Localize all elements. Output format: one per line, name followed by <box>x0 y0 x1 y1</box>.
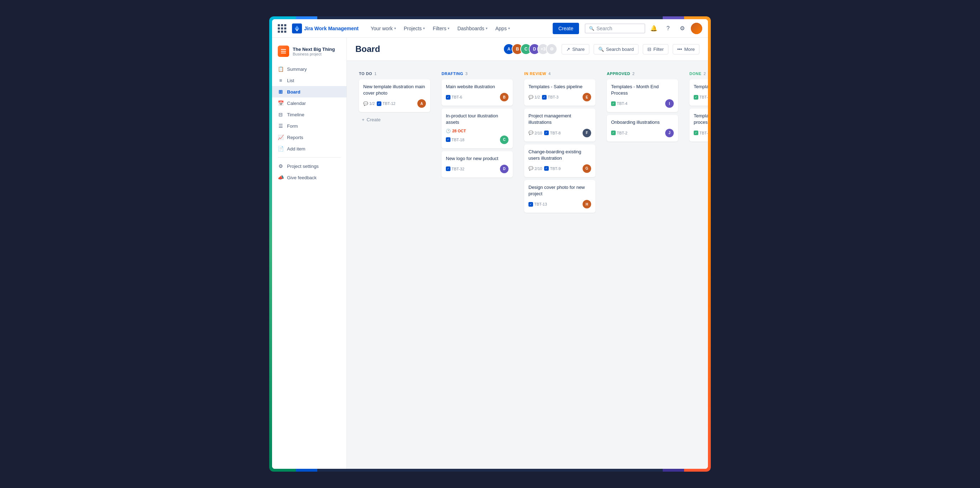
card-meta: ✓ TBT-2 J <box>611 129 674 137</box>
card-tbt-1[interactable]: Templates - Asset creation ✓ TBT-1 K <box>689 79 708 106</box>
notifications-icon[interactable]: 🔔 <box>648 23 660 34</box>
column-todo-header: TO DO 1 <box>359 71 430 76</box>
card-tbt-32[interactable]: New logo for new product ✓ TBT-32 D <box>442 151 513 177</box>
card-id: ✓ TBT-18 <box>446 137 465 142</box>
card-meta: ✓ TBT-1 K <box>694 93 708 101</box>
column-done-header: DONE 2 <box>689 71 708 76</box>
sidebar-item-form[interactable]: ☰ Form <box>272 120 347 132</box>
sidebar-item-summary[interactable]: 📋 Summary <box>272 63 347 75</box>
card-avatar: I <box>665 99 674 108</box>
create-button[interactable]: Create <box>553 23 579 34</box>
card-id: ✓ TBT-13 <box>528 202 547 207</box>
check-icon: ✓ <box>544 166 549 171</box>
sidebar-item-give-feedback[interactable]: 📣 Give feedback <box>272 172 347 183</box>
card-tags: 💬 1/2 ✓ TBT-12 <box>363 101 395 106</box>
project-type: Business project <box>293 52 335 56</box>
card-meta: 💬 1/2 ✓ TBT-12 A <box>363 99 426 108</box>
project-header[interactable]: The Next Big Thing Business project <box>272 42 347 60</box>
subtask-count: 💬 1/2 <box>363 101 375 106</box>
card-tbt-3-done[interactable]: Templates - Website design process ✓ TBT… <box>689 108 708 141</box>
summary-icon: 📋 <box>278 66 283 72</box>
sidebar-item-timeline[interactable]: ⊟ Timeline <box>272 109 347 120</box>
card-tbt-18[interactable]: In-product tour illustration assets 🕐 28… <box>442 108 513 148</box>
check-icon: ✓ <box>542 95 547 100</box>
avatar-settings-icon[interactable]: ⚙ <box>546 43 557 55</box>
reports-icon: 📈 <box>278 135 283 140</box>
board-header: Board A B C D +3 ⚙ ↗ Sh <box>347 38 708 61</box>
card-id: ✓ TBT-8 <box>544 130 560 135</box>
column-done: DONE 2 Templates - Asset creation ✓ TBT-… <box>686 68 708 148</box>
app-name: Jira Work Management <box>304 25 359 31</box>
column-count: 2 <box>632 71 635 76</box>
filter-icon: ⊟ <box>648 47 651 52</box>
sidebar-item-project-settings[interactable]: ⚙ Project settings <box>272 160 347 172</box>
avatar-stack: A B C D +3 ⚙ <box>503 43 557 55</box>
card-avatar: G <box>582 164 591 173</box>
more-icon: ••• <box>677 47 682 52</box>
share-button[interactable]: ↗ Share <box>562 44 589 54</box>
sidebar-item-board[interactable]: ⊞ Board <box>272 86 347 97</box>
card-tags: 💬 1/2 ✓ TBT-3 <box>528 95 558 100</box>
column-count: 2 <box>704 71 706 76</box>
card-meta: ✓ TBT-3 L <box>694 129 708 137</box>
nav-menu: Your work ▾ Projects ▾ Filters ▾ Dashboa… <box>367 24 547 33</box>
chevron-down-icon: ▾ <box>508 26 510 30</box>
project-name: The Next Big Thing <box>293 47 335 52</box>
filter-button[interactable]: ⊟ Filter <box>643 44 668 54</box>
search-board-button[interactable]: 🔍 Search board <box>593 44 638 54</box>
board-title: Board <box>355 44 380 54</box>
nav-logo[interactable]: Jira Work Management <box>292 24 359 33</box>
card-avatar: H <box>582 200 591 208</box>
card-tbt-4[interactable]: Templates - Month End Process ✓ TBT-4 I <box>607 79 678 112</box>
global-search[interactable]: 🔍 Search <box>585 24 645 33</box>
sidebar-item-add-item[interactable]: 📄 Add item <box>272 143 347 154</box>
nav-your-work[interactable]: Your work ▾ <box>367 24 399 33</box>
project-icon <box>278 46 289 57</box>
card-tbt-6[interactable]: Main website illustration ✓ TBT-6 B <box>442 79 513 106</box>
card-id: ✓ TBT-9 <box>544 166 560 171</box>
user-avatar[interactable] <box>691 23 702 34</box>
column-title: TO DO <box>359 71 372 76</box>
card-meta: 💬 2/10 ✓ TBT-8 F <box>528 129 591 137</box>
help-icon[interactable]: ? <box>662 23 674 34</box>
list-icon: ≡ <box>278 78 283 83</box>
main-layout: The Next Big Thing Business project 📋 Su… <box>272 38 708 469</box>
check-icon: ✓ <box>446 137 450 142</box>
calendar-icon: 📅 <box>278 100 283 106</box>
nav-apps[interactable]: Apps ▾ <box>492 24 514 33</box>
more-button[interactable]: ••• More <box>673 44 699 54</box>
card-tbt-9[interactable]: Change-boarding existing users illustrat… <box>524 144 595 177</box>
card-id: ✓ TBT-12 <box>377 101 395 106</box>
nav-projects[interactable]: Projects ▾ <box>400 24 429 33</box>
check-icon: ✓ <box>377 101 382 106</box>
settings-icon[interactable]: ⚙ <box>676 23 688 34</box>
subtask-icon: 💬 <box>528 130 533 135</box>
board-body: TO DO 1 New template illustration main c… <box>347 61 708 469</box>
card-tbt-13[interactable]: Design cover photo for new project ✓ TBT… <box>524 180 595 213</box>
sidebar-item-list[interactable]: ≡ List <box>272 75 347 86</box>
apps-grid-icon[interactable] <box>278 24 286 33</box>
nav-filters[interactable]: Filters ▾ <box>429 24 453 33</box>
card-tbt-2[interactable]: Onboarding illustrations ✓ TBT-2 J <box>607 115 678 141</box>
card-avatar: D <box>500 165 509 173</box>
card-avatar: B <box>500 93 509 101</box>
card-tbt-8[interactable]: Project management illustrations 💬 2/10 … <box>524 108 595 141</box>
sidebar-item-calendar[interactable]: 📅 Calendar <box>272 97 347 109</box>
top-navigation: Jira Work Management Your work ▾ Project… <box>272 19 708 38</box>
sidebar-item-reports[interactable]: 📈 Reports <box>272 132 347 143</box>
project-info: The Next Big Thing Business project <box>293 47 335 56</box>
clock-icon: 🕐 <box>446 129 451 133</box>
column-count: 4 <box>549 71 550 76</box>
column-title: DRAFTING <box>442 71 463 76</box>
create-card-button[interactable]: + Create <box>359 115 430 125</box>
share-icon: ↗ <box>566 47 570 52</box>
settings-icon: ⚙ <box>278 163 283 169</box>
subtask-count: 💬 2/10 <box>528 166 542 171</box>
nav-dashboards[interactable]: Dashboards ▾ <box>454 24 491 33</box>
chevron-down-icon: ▾ <box>394 26 396 30</box>
card-id: ✓ TBT-3 <box>694 130 708 135</box>
chevron-down-icon: ▾ <box>448 26 449 30</box>
subtask-count: 💬 1/2 <box>528 95 540 100</box>
card-tbt-12[interactable]: New template illustration main cover pho… <box>359 79 430 112</box>
card-tbt-3-review[interactable]: Templates - Sales pipeline 💬 1/2 ✓ <box>524 79 595 106</box>
